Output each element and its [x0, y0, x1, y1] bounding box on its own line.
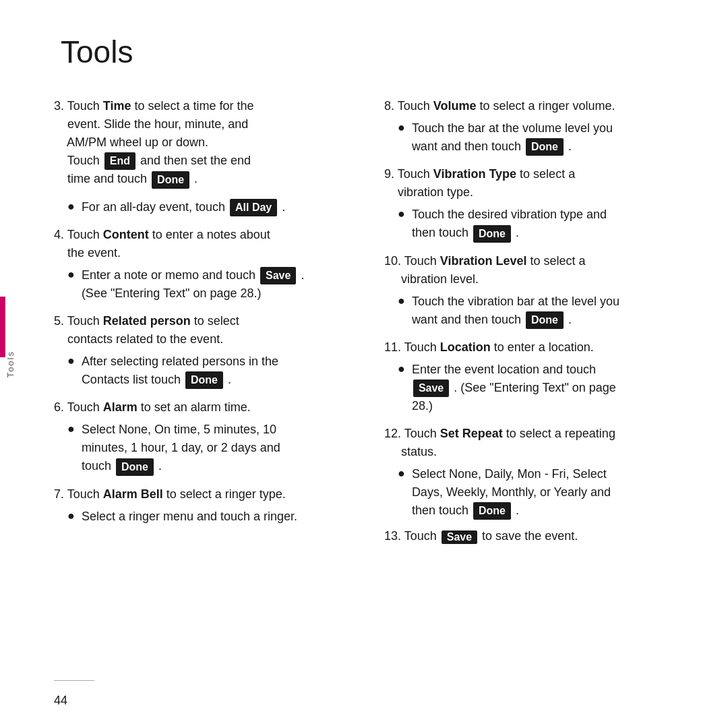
bullet-dot-6: ● — [398, 121, 405, 156]
item-13: 13. Touch Save to save the event. — [384, 529, 688, 543]
bullet-dot-8: ● — [398, 294, 405, 329]
item-9-number: 9. Touch — [384, 167, 433, 181]
page-container: Tools Tools 3. Touch Time to select a ti… — [0, 0, 728, 728]
bullet-all-day: ● For an all-day event, touch All Day . — [54, 198, 357, 216]
item-7-number: 7. Touch — [54, 487, 103, 501]
badge-all-day: All Day — [230, 199, 277, 216]
divider-line — [54, 680, 94, 681]
item-3-bold: Time — [103, 99, 131, 113]
bullet-dot-10: ● — [398, 466, 405, 520]
item-9: 9. Touch Vibration Type to select a vibr… — [384, 165, 688, 202]
bullet-dot-1: ● — [67, 200, 75, 216]
item-4-number: 4. Touch — [54, 228, 103, 241]
bullet-dot-7: ● — [398, 207, 405, 242]
page-number: 44 — [54, 694, 67, 708]
item-6-bold: Alarm — [103, 400, 138, 414]
item-7-text: to select a ringer type. — [163, 487, 286, 501]
item-8-text: to select a ringer volume. — [476, 99, 615, 113]
badge-done-4: Done — [526, 138, 564, 156]
bullet-repeat: ● Select None, Daily, Mon - Fri, SelectD… — [384, 465, 688, 520]
item-10-number: 10. Touch — [384, 254, 440, 268]
item-8-bold: Volume — [433, 99, 477, 113]
badge-save-1: Save — [260, 267, 296, 284]
bullet-alarm-select-text: Select None, On time, 5 minutes, 10minut… — [82, 421, 280, 475]
badge-save-3: Save — [442, 530, 477, 544]
bullet-alarm-select: ● Select None, On time, 5 minutes, 10min… — [54, 421, 357, 475]
badge-done-2: Done — [185, 371, 223, 389]
bullet-volume: ● Touch the bar at the volume level youw… — [384, 119, 688, 156]
bullet-vib-type: ● Touch the desired vibration type andth… — [384, 206, 688, 242]
item-7-bold: Alarm Bell — [103, 487, 163, 501]
right-column: 8. Touch Volume to select a ringer volum… — [384, 97, 688, 694]
item-5-bold: Related person — [103, 314, 191, 328]
item-4-bold: Content — [103, 228, 149, 241]
bullet-note: ● Enter a note or memo and touch Save .(… — [54, 266, 357, 303]
item-11-bold: Location — [440, 340, 491, 354]
item-11-text: to enter a location. — [491, 340, 594, 354]
bullet-location: ● Enter the event location and touchSave… — [384, 361, 688, 415]
item-7: 7. Touch Alarm Bell to select a ringer t… — [54, 485, 357, 504]
item-12-number: 12. Touch — [384, 427, 440, 440]
bullet-ringer-text: Select a ringer menu and touch a ringer. — [82, 508, 297, 526]
bullet-dot-4: ● — [67, 422, 75, 475]
item-5: 5. Touch Related person to select contac… — [54, 312, 357, 348]
item-3: 3. Touch Time to select a time for the e… — [54, 97, 357, 189]
item-11-number: 11. Touch — [384, 340, 440, 354]
badge-done-5: Done — [473, 225, 511, 243]
sidebar-label-text: Tools — [5, 351, 16, 377]
bullet-dot-9: ● — [398, 362, 405, 415]
item-6-text: to set an alarm time. — [138, 400, 251, 414]
bullet-volume-text: Touch the bar at the volume level youwan… — [412, 119, 613, 156]
bullet-vib-level-text: Touch the vibration bar at the level you… — [412, 293, 619, 329]
item-5-number: 5. Touch — [54, 314, 103, 328]
item-6-number: 6. Touch — [54, 400, 103, 414]
item-8-number: 8. Touch — [384, 99, 433, 113]
item-12: 12. Touch Set Repeat to select a repeati… — [384, 425, 688, 461]
badge-done-6: Done — [526, 311, 564, 329]
bullet-dot-3: ● — [67, 354, 75, 389]
badge-end: End — [104, 152, 135, 170]
badge-save-2: Save — [413, 380, 449, 397]
item-13-number: 13. Touch Save to save the event. — [384, 529, 578, 543]
bullet-all-day-text: For an all-day event, touch All Day . — [82, 198, 285, 216]
item-8: 8. Touch Volume to select a ringer volum… — [384, 97, 688, 115]
item-3-number: 3. Touch — [54, 99, 103, 113]
badge-done-3: Done — [116, 458, 154, 476]
left-column: 3. Touch Time to select a time for the e… — [54, 97, 357, 694]
content-area: 3. Touch Time to select a time for the e… — [54, 97, 688, 694]
sidebar-label-container: Tools — [0, 297, 20, 431]
item-6: 6. Touch Alarm to set an alarm time. — [54, 398, 357, 417]
bullet-ringer: ● Select a ringer menu and touch a ringe… — [54, 508, 357, 526]
page-title: Tools — [61, 34, 688, 70]
badge-done-7: Done — [473, 502, 511, 520]
bullet-vib-level: ● Touch the vibration bar at the level y… — [384, 293, 688, 329]
item-12-bold: Set Repeat — [440, 427, 503, 440]
item-4: 4. Touch Content to enter a notes about … — [54, 226, 357, 262]
bullet-vib-type-text: Touch the desired vibration type andthen… — [412, 206, 607, 242]
item-9-bold: Vibration Type — [433, 167, 516, 181]
bullet-location-text: Enter the event location and touchSave .… — [412, 361, 616, 415]
bullet-dot-5: ● — [67, 509, 75, 526]
item-10-bold: Vibration Level — [440, 254, 527, 268]
bullet-repeat-text: Select None, Daily, Mon - Fri, SelectDay… — [412, 465, 611, 520]
bullet-note-text: Enter a note or memo and touch Save .(Se… — [82, 266, 305, 303]
bullet-contacts-text: After selecting related persons in theCo… — [82, 353, 278, 389]
badge-done-1: Done — [152, 171, 189, 189]
item-11: 11. Touch Location to enter a location. — [384, 338, 688, 357]
item-10: 10. Touch Vibration Level to select a vi… — [384, 252, 688, 289]
bullet-contacts: ● After selecting related persons in the… — [54, 353, 357, 389]
bullet-dot-2: ● — [67, 268, 75, 303]
